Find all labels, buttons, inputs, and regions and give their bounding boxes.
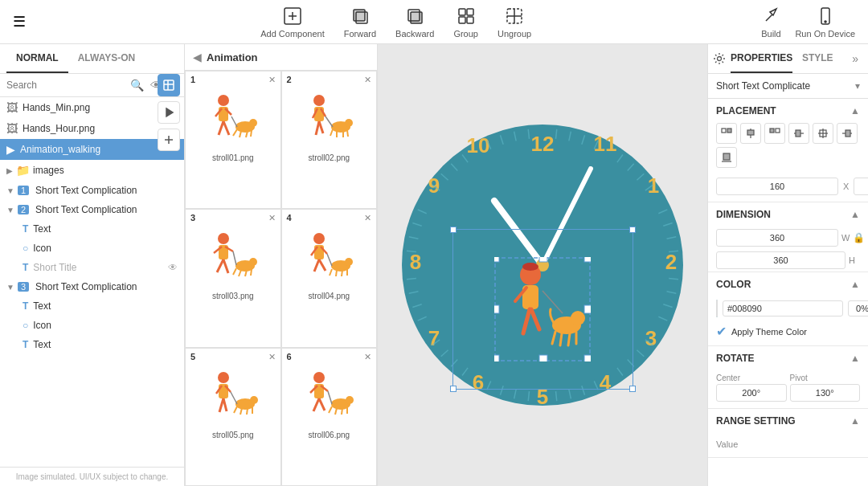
range-value-label: Value xyxy=(716,439,738,449)
frame-close-icon[interactable]: ✕ xyxy=(268,75,276,85)
color-opacity-input[interactable] xyxy=(848,300,868,317)
rotate-section: ROTATE ▲ Center Pivot xyxy=(708,346,868,409)
svg-line-83 xyxy=(240,408,242,415)
add-component-button[interactable]: Add Component xyxy=(260,5,325,39)
rotate-pivot-item: Pivot xyxy=(790,374,861,402)
align-middle-center-button[interactable] xyxy=(813,123,833,144)
rotate-pivot-input[interactable] xyxy=(790,384,861,402)
placement-toggle-icon[interactable]: ▲ xyxy=(850,105,860,116)
search-icon[interactable]: 🔍 xyxy=(130,79,144,92)
placement-y-input[interactable] xyxy=(854,178,868,195)
svg-text:1: 1 xyxy=(648,174,659,198)
range-setting-toggle-icon[interactable]: ▲ xyxy=(850,415,860,427)
svg-line-95 xyxy=(329,406,332,413)
placement-header[interactable]: PLACEMENT ▲ xyxy=(708,99,868,123)
layer-item-animation-walking[interactable]: ▶ Animation_walking xyxy=(0,139,184,160)
svg-rect-10 xyxy=(467,17,473,23)
range-setting-header[interactable]: RANGE SETTING ▲ xyxy=(708,409,868,433)
animation-frame-2[interactable]: 2 ✕ xyxy=(281,71,378,209)
color-header[interactable]: COLOR ▲ xyxy=(708,272,868,296)
align-top-left-button[interactable] xyxy=(716,123,737,144)
layer-item-comp2[interactable]: ▼ 2 Short Text Complication xyxy=(0,200,184,219)
svg-line-176 xyxy=(523,309,530,333)
svg-line-184 xyxy=(568,333,570,345)
animation-frame-3[interactable]: 3 ✕ xyxy=(185,209,281,347)
frame-close-icon[interactable]: ✕ xyxy=(268,213,276,223)
layer-item-icon2[interactable]: ○ Icon xyxy=(0,316,184,335)
layer-item-text1[interactable]: T Text xyxy=(0,219,184,239)
svg-rect-7 xyxy=(459,9,465,15)
layer-item-icon1[interactable]: ○ Icon xyxy=(0,239,184,258)
placement-x-input[interactable] xyxy=(716,178,838,195)
color-title: COLOR xyxy=(716,279,751,290)
svg-line-70 xyxy=(336,270,337,276)
dimension-toggle-icon[interactable]: ▲ xyxy=(850,209,860,220)
align-middle-right-button[interactable] xyxy=(837,123,858,144)
align-top-center-button[interactable] xyxy=(740,123,761,144)
canvas-area[interactable]: 12 1 2 3 4 5 6 7 8 9 10 11 xyxy=(378,44,707,486)
animation-frame-5[interactable]: 5 ✕ xyxy=(185,348,281,486)
color-hex-input[interactable] xyxy=(723,300,843,317)
theme-color-label: Apply Theme Color xyxy=(731,327,807,337)
layer-item-comp1[interactable]: ▼ 1 Short Text Complication xyxy=(0,181,184,200)
animation-frame-1[interactable]: 1 ✕ xyxy=(185,71,281,209)
build-button[interactable]: Build xyxy=(760,5,782,39)
tab-normal[interactable]: NORMAL xyxy=(6,44,68,73)
dimension-header[interactable]: DIMENSION ▲ xyxy=(708,202,868,227)
arrow-icon: ▶ xyxy=(6,166,13,175)
forward-button[interactable]: Forward xyxy=(344,5,376,39)
layer-group-images[interactable]: ▶ 📁 images xyxy=(0,160,184,181)
tab-properties[interactable]: PROPERTIES xyxy=(731,44,792,73)
align-top-right-button[interactable] xyxy=(764,123,785,144)
backward-button[interactable]: Backward xyxy=(395,5,434,39)
animation-overlay[interactable] xyxy=(494,257,591,361)
back-icon[interactable]: ◀ xyxy=(193,51,202,63)
svg-marker-19 xyxy=(166,108,173,116)
rotate-center-input[interactable] xyxy=(716,384,787,402)
tab-style[interactable]: STYLE xyxy=(792,44,842,73)
animation-frame-grid: 1 ✕ xyxy=(185,71,377,486)
main-area: NORMAL ALWAYS-ON 🔍 👁 ⋯ 🖼 Hands_Min.png 🖼… xyxy=(0,44,868,486)
animation-frame-4[interactable]: 4 ✕ xyxy=(281,209,378,347)
eye-toggle-icon[interactable]: 👁 xyxy=(168,262,178,273)
comp-badge-3: 3 xyxy=(18,282,29,292)
layer-item-comp3[interactable]: ▼ 3 Short Text Complication xyxy=(0,277,184,296)
color-toggle-icon[interactable]: ▲ xyxy=(850,279,860,290)
layer-item-short-title[interactable]: T Short Title 👁 xyxy=(0,258,184,277)
search-input[interactable] xyxy=(6,80,127,91)
ungroup-button[interactable]: Ungroup xyxy=(497,5,531,39)
comp-badge-2: 2 xyxy=(18,205,29,214)
layer-item-hands-hour[interactable]: 🖼 Hands_Hour.png xyxy=(0,118,184,139)
frame-close-icon[interactable]: ✕ xyxy=(364,213,371,223)
layer-item-text2[interactable]: T Text xyxy=(0,296,184,316)
rotate-toggle-icon[interactable]: ▲ xyxy=(850,353,860,364)
tab-always-on[interactable]: ALWAYS-ON xyxy=(68,44,145,73)
run-on-device-button[interactable]: Run On Device xyxy=(795,5,855,39)
layers-toggle-button[interactable] xyxy=(158,74,180,96)
group-button[interactable]: Group xyxy=(453,5,478,39)
add-frame-button[interactable] xyxy=(158,129,180,151)
more-icon[interactable]: » xyxy=(842,44,868,73)
frame-close-icon[interactable]: ✕ xyxy=(364,352,371,362)
panel-settings-icon[interactable] xyxy=(708,44,731,73)
svg-line-59 xyxy=(251,269,252,276)
layer-item-hands-min[interactable]: 🖼 Hands_Min.png xyxy=(0,97,184,118)
frame-close-icon[interactable]: ✕ xyxy=(268,352,276,362)
text-icon: T xyxy=(23,300,28,312)
menu-icon[interactable]: ☰ xyxy=(13,13,26,31)
rotate-header[interactable]: ROTATE ▲ xyxy=(708,346,868,370)
frame-close-icon[interactable]: ✕ xyxy=(364,75,371,85)
layer-item-text3[interactable]: T Text xyxy=(0,335,184,354)
play-button[interactable] xyxy=(158,101,180,124)
align-bottom-center-button[interactable] xyxy=(716,147,737,168)
width-input[interactable] xyxy=(716,229,838,247)
svg-text:6: 6 xyxy=(473,370,484,394)
animation-frame-6[interactable]: 6 ✕ xyxy=(281,348,378,486)
placement-coord-row: X Y xyxy=(708,174,868,202)
svg-line-89 xyxy=(313,398,319,411)
height-input[interactable] xyxy=(716,251,845,269)
color-swatch[interactable] xyxy=(716,300,718,317)
align-middle-left-button[interactable] xyxy=(788,123,809,144)
complication-selector[interactable]: Short Text Complicate ▾ xyxy=(708,74,868,99)
lock-icon[interactable]: 🔒 xyxy=(853,232,865,243)
